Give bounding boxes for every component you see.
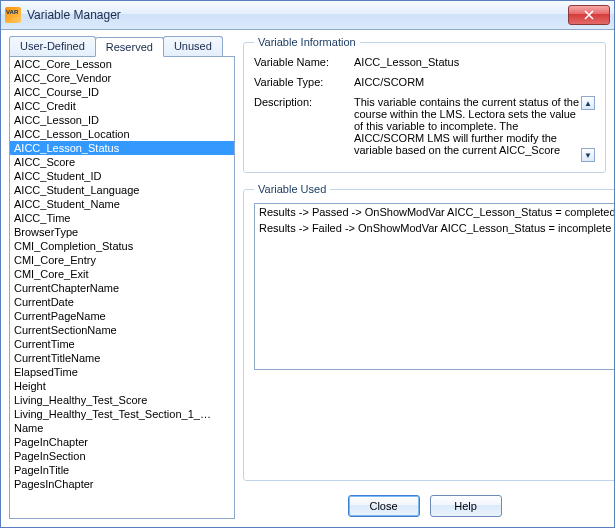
list-item[interactable]: CMI_Core_Entry [10, 253, 234, 267]
list-item[interactable]: PageInTitle [10, 463, 234, 477]
description-scroll-down[interactable]: ▼ [581, 148, 595, 162]
close-icon [584, 10, 594, 20]
list-item[interactable]: AICC_Course_ID [10, 85, 234, 99]
list-item[interactable]: AICC_Student_ID [10, 169, 234, 183]
right-panel: Variable Information Variable Name: AICC… [243, 36, 606, 519]
description-text: This variable contains the current statu… [354, 96, 579, 156]
variable-type-value: AICC/SCORM [354, 76, 595, 88]
list-item[interactable]: AICC_Lesson_Status [10, 141, 234, 155]
list-item[interactable]: AICC_Student_Name [10, 197, 234, 211]
list-item[interactable]: Living_Healthy_Test_Score [10, 393, 234, 407]
list-item[interactable]: AICC_Credit [10, 99, 234, 113]
variable-manager-window: Variable Manager User-Defined Reserved U… [0, 0, 615, 528]
left-panel: User-Defined Reserved Unused AICC_Core_L… [9, 36, 235, 519]
variable-information-legend: Variable Information [254, 36, 360, 48]
variable-used-row[interactable]: Results -> Failed -> OnShowModVar AICC_L… [255, 220, 614, 236]
variable-used-list[interactable]: Results -> Passed -> OnShowModVar AICC_L… [254, 203, 614, 370]
list-item[interactable]: Name [10, 421, 234, 435]
window-title: Variable Manager [27, 8, 568, 22]
list-item[interactable]: AICC_Score [10, 155, 234, 169]
list-item[interactable]: CurrentSectionName [10, 323, 234, 337]
tab-user-defined[interactable]: User-Defined [9, 36, 96, 56]
tab-reserved[interactable]: Reserved [95, 37, 164, 57]
variable-used-group: Variable Used Results -> Passed -> OnSho… [243, 183, 614, 481]
dialog-footer: Close Help [243, 491, 606, 519]
description-label: Description: [254, 96, 354, 156]
list-item[interactable]: CMI_Completion_Status [10, 239, 234, 253]
list-item[interactable]: CurrentTime [10, 337, 234, 351]
list-item[interactable]: CurrentDate [10, 295, 234, 309]
list-item[interactable]: AICC_Time [10, 211, 234, 225]
list-item[interactable]: CMI_Core_Exit [10, 267, 234, 281]
list-item[interactable]: PagesInChapter [10, 477, 234, 491]
description-scroll-up[interactable]: ▲ [581, 96, 595, 110]
help-button[interactable]: Help [430, 495, 502, 517]
description-value: This variable contains the current statu… [354, 96, 595, 156]
list-item[interactable]: AICC_Core_Vendor [10, 71, 234, 85]
variable-name-label: Variable Name: [254, 56, 354, 68]
list-item[interactable]: BrowserType [10, 225, 234, 239]
list-item[interactable]: AICC_Lesson_ID [10, 113, 234, 127]
list-item[interactable]: PageInChapter [10, 435, 234, 449]
variable-used-legend: Variable Used [254, 183, 330, 195]
variable-list[interactable]: AICC_Core_LessonAICC_Core_VendorAICC_Cou… [9, 56, 235, 519]
close-button[interactable]: Close [348, 495, 420, 517]
titlebar: Variable Manager [1, 1, 614, 30]
list-item[interactable]: CurrentChapterName [10, 281, 234, 295]
list-item[interactable]: AICC_Student_Language [10, 183, 234, 197]
list-item[interactable]: CurrentPageName [10, 309, 234, 323]
tab-strip: User-Defined Reserved Unused [9, 36, 235, 56]
list-item[interactable]: AICC_Core_Lesson [10, 57, 234, 71]
list-item[interactable]: Living_Healthy_Test_Test_Section_1_… [10, 407, 234, 421]
dialog-body: User-Defined Reserved Unused AICC_Core_L… [1, 30, 614, 527]
variable-name-value: AICC_Lesson_Status [354, 56, 595, 68]
description-scroll-buttons: ▲ ▼ [581, 96, 595, 162]
window-close-button[interactable] [568, 5, 610, 25]
variable-used-row[interactable]: Results -> Passed -> OnShowModVar AICC_L… [255, 204, 614, 220]
list-item[interactable]: CurrentTitleName [10, 351, 234, 365]
tab-unused[interactable]: Unused [163, 36, 223, 56]
app-icon [5, 7, 21, 23]
list-item[interactable]: Height [10, 379, 234, 393]
list-item[interactable]: ElapsedTime [10, 365, 234, 379]
variable-type-label: Variable Type: [254, 76, 354, 88]
variable-information-group: Variable Information Variable Name: AICC… [243, 36, 606, 173]
list-item[interactable]: PageInSection [10, 449, 234, 463]
list-item[interactable]: AICC_Lesson_Location [10, 127, 234, 141]
